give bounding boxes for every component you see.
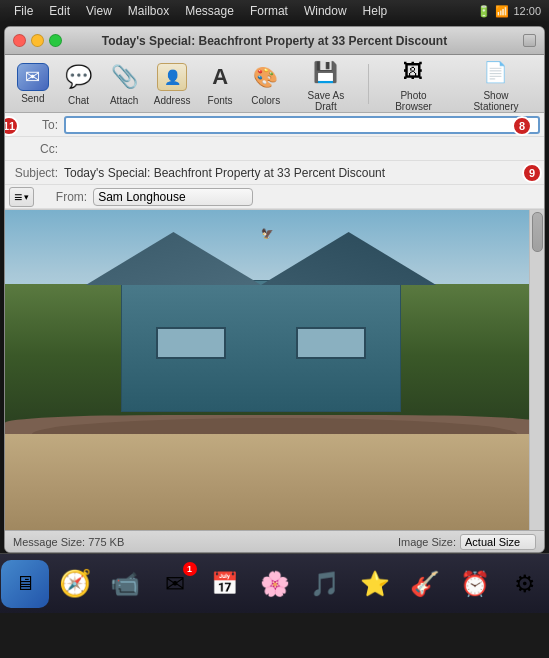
dock-itunes[interactable]: 🎵	[301, 560, 349, 608]
attach-icon: 📎	[108, 61, 140, 93]
cc-label: Cc:	[9, 142, 64, 156]
menu-window[interactable]: Window	[298, 2, 353, 20]
cc-row: Cc:	[5, 137, 544, 161]
subject-row: Subject: Today's Special: Beachfront Pro…	[5, 161, 544, 185]
scroll-bar[interactable]	[529, 210, 544, 530]
dock-photos[interactable]: 🌸	[251, 560, 299, 608]
toolbar-separator	[368, 64, 369, 104]
format-chevron: ▾	[24, 192, 29, 202]
address-label: Address	[154, 95, 191, 106]
photo-container: 🦅	[5, 210, 544, 530]
colors-label: Colors	[251, 95, 280, 106]
mail-badge: 1	[183, 562, 197, 576]
compose-window: Today's Special: Beachfront Property at …	[4, 26, 545, 553]
beach-sand	[5, 434, 544, 530]
from-select[interactable]: Sam Longhouse	[93, 188, 253, 206]
address-icon: 👤	[156, 61, 188, 93]
dock-star[interactable]: ⭐	[351, 560, 399, 608]
photo-browser-button[interactable]: 🖼 Photo Browser	[375, 52, 452, 116]
dock-mail[interactable]: ✉ 1	[151, 560, 199, 608]
colors-button[interactable]: 🎨 Colors	[244, 57, 288, 110]
chat-button[interactable]: 💬 Chat	[57, 57, 101, 110]
save-draft-label: Save As Draft	[296, 90, 356, 112]
dock-facetime[interactable]: 📹	[101, 560, 149, 608]
dock-sysprefs[interactable]: ⚙	[501, 560, 549, 608]
address-button[interactable]: 👤 Address	[148, 57, 196, 110]
show-stationery-label: Show Stationery	[460, 90, 532, 112]
fonts-button[interactable]: A Fonts	[198, 57, 242, 110]
from-label: From:	[38, 190, 93, 204]
annotation-badge-8: 8	[512, 116, 532, 136]
chat-icon: 💬	[62, 61, 94, 93]
format-button[interactable]: ≡ ▾	[9, 187, 34, 207]
colors-icon: 🎨	[250, 61, 282, 93]
subject-label: Subject:	[9, 166, 64, 180]
fonts-label: Fonts	[208, 95, 233, 106]
menu-right-icons: 🔋📶12:00	[477, 5, 541, 18]
to-input[interactable]	[64, 116, 540, 134]
title-bar: Today's Special: Beachfront Property at …	[5, 27, 544, 55]
from-select-wrap: Sam Longhouse	[93, 188, 540, 206]
message-size: Message Size: 775 KB	[13, 536, 124, 548]
image-size-label: Image Size:	[398, 536, 456, 548]
menu-file[interactable]: File	[8, 2, 39, 20]
from-row: ≡ ▾ From: Sam Longhouse	[5, 185, 544, 209]
dock-finder[interactable]: 🖥	[1, 560, 49, 608]
chat-label: Chat	[68, 95, 89, 106]
traffic-lights	[13, 34, 62, 47]
menu-message[interactable]: Message	[179, 2, 240, 20]
save-draft-icon: 💾	[310, 56, 342, 88]
maximize-button[interactable]	[49, 34, 62, 47]
subject-value: Today's Special: Beachfront Property at …	[64, 166, 540, 180]
attach-label: Attach	[110, 95, 138, 106]
toolbar: ✉ Send 💬 Chat 📎 Attach 👤 Address A Fonts…	[5, 55, 544, 113]
menu-format[interactable]: Format	[244, 2, 294, 20]
photo-browser-icon: 🖼	[397, 56, 429, 88]
dock: 🖥 🧭 📹 ✉ 1 📅 🌸 🎵 ⭐ 🎸 ⏰ ⚙	[0, 553, 549, 613]
send-button[interactable]: ✉ Send	[11, 59, 55, 108]
dock-safari[interactable]: 🧭	[51, 560, 99, 608]
menu-bar: File Edit View Mailbox Message Format Wi…	[0, 0, 549, 22]
minimize-button[interactable]	[31, 34, 44, 47]
menu-help[interactable]: Help	[357, 2, 394, 20]
dock-guitar[interactable]: 🎸	[401, 560, 449, 608]
menu-mailbox[interactable]: Mailbox	[122, 2, 175, 20]
menu-view[interactable]: View	[80, 2, 118, 20]
to-row: To:	[5, 113, 544, 137]
dock-calendar[interactable]: 📅	[201, 560, 249, 608]
scroll-thumb[interactable]	[532, 212, 543, 252]
send-label: Send	[21, 93, 44, 104]
status-right: Image Size: Actual Size	[398, 534, 536, 550]
window-title: Today's Special: Beachfront Property at …	[102, 34, 447, 48]
dock-timemachine[interactable]: ⏰	[451, 560, 499, 608]
photo-browser-label: Photo Browser	[381, 90, 446, 112]
image-size-select[interactable]: Actual Size	[460, 534, 536, 550]
show-stationery-icon: 📄	[480, 56, 512, 88]
cc-input[interactable]	[64, 140, 540, 158]
window-expand-button[interactable]	[523, 34, 536, 47]
format-icon: ≡	[14, 189, 22, 205]
show-stationery-button[interactable]: 📄 Show Stationery	[454, 52, 538, 116]
save-draft-button[interactable]: 💾 Save As Draft	[290, 52, 362, 116]
send-icon: ✉	[17, 63, 49, 91]
compose-header: 8 To: Cc: Subject: Today's Special: Beac…	[5, 113, 544, 210]
annotation-badge-9: 9	[522, 163, 542, 183]
menu-edit[interactable]: Edit	[43, 2, 76, 20]
fonts-icon: A	[204, 61, 236, 93]
status-bar: Message Size: 775 KB Image Size: Actual …	[5, 530, 544, 552]
house: 🦅	[86, 236, 436, 412]
close-button[interactable]	[13, 34, 26, 47]
attach-button[interactable]: 📎 Attach	[102, 57, 146, 110]
